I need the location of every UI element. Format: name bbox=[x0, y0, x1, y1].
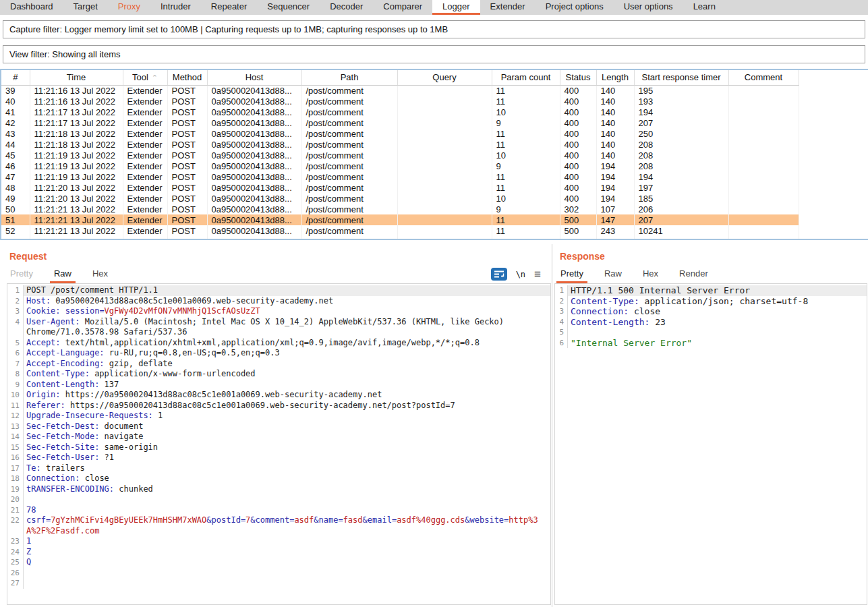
line-number: 20 bbox=[7, 494, 24, 505]
cell-comment bbox=[728, 117, 799, 128]
cell-tool: Extender bbox=[123, 161, 167, 171]
column-header-time[interactable]: Time bbox=[30, 70, 123, 85]
column-header-param-count[interactable]: Param count bbox=[492, 70, 560, 85]
column-header-host[interactable]: Host bbox=[207, 70, 301, 85]
line-number: 8 bbox=[7, 369, 24, 380]
column-header--[interactable]: # bbox=[1, 70, 30, 85]
response-tab-hex[interactable]: Hex bbox=[639, 268, 662, 283]
menu-tab-learn[interactable]: Learn bbox=[683, 0, 726, 15]
table-row[interactable]: 4111:21:17 13 Jul 2022ExtenderPOST0a9500… bbox=[1, 107, 799, 117]
line-content bbox=[24, 568, 550, 579]
menu-tab-extender[interactable]: Extender bbox=[480, 0, 536, 15]
line-content: Content-Length: 137 bbox=[24, 380, 550, 391]
cell-comment bbox=[728, 150, 799, 161]
line-number: 4 bbox=[7, 317, 24, 338]
table-row[interactable]: 4411:21:18 13 Jul 2022ExtenderPOST0a9500… bbox=[1, 139, 799, 150]
table-row[interactable]: 4311:21:18 13 Jul 2022ExtenderPOST0a9500… bbox=[1, 128, 799, 139]
table-row[interactable]: 4011:21:16 13 Jul 2022ExtenderPOST0a9500… bbox=[1, 96, 799, 107]
request-tab-hex[interactable]: Hex bbox=[88, 268, 112, 283]
menu-tab-project-options[interactable]: Project options bbox=[536, 0, 614, 15]
column-header-query[interactable]: Query bbox=[397, 70, 492, 85]
table-row[interactable]: 4911:21:20 13 Jul 2022ExtenderPOST0a9500… bbox=[1, 193, 799, 204]
cell-param-count: 11 bbox=[492, 225, 560, 236]
menu-tab-target[interactable]: Target bbox=[63, 0, 108, 15]
cell-status: 302 bbox=[560, 204, 596, 214]
menu-tab-proxy[interactable]: Proxy bbox=[108, 0, 150, 15]
table-row-selected[interactable]: 5111:21:21 13 Jul 2022ExtenderPOST0a9500… bbox=[1, 214, 799, 225]
editor-line: 25Q bbox=[7, 557, 550, 568]
cell-comment bbox=[728, 85, 799, 96]
column-header-path[interactable]: Path bbox=[301, 70, 397, 85]
cell-status: 500 bbox=[560, 214, 596, 225]
response-tab-raw[interactable]: Raw bbox=[600, 268, 626, 283]
line-number: 13 bbox=[7, 422, 24, 432]
menu-tab-logger[interactable]: Logger bbox=[432, 0, 480, 15]
cell-time: 11:21:22 13 Jul 2022 bbox=[30, 236, 123, 240]
cell-param-count: 11 bbox=[492, 171, 560, 182]
table-row[interactable]: 4811:21:20 13 Jul 2022ExtenderPOST0a9500… bbox=[1, 182, 799, 193]
pretty-print-toggle-icon[interactable] bbox=[491, 268, 507, 281]
cell-start-response-timer: 185 bbox=[634, 193, 728, 204]
newline-toggle-icon[interactable]: \n bbox=[516, 270, 525, 279]
cell-path: /post/comment bbox=[301, 214, 397, 225]
editor-line: 27 bbox=[7, 578, 550, 589]
request-tab-raw[interactable]: Raw bbox=[50, 268, 76, 283]
line-number: 23 bbox=[7, 536, 24, 547]
column-header-comment[interactable]: Comment bbox=[728, 70, 799, 85]
table-row[interactable]: 4211:21:17 13 Jul 2022ExtenderPOST0a9500… bbox=[1, 117, 799, 128]
menu-tab-sequencer[interactable]: Sequencer bbox=[257, 0, 320, 15]
view-filter-bar[interactable]: View filter: Showing all items bbox=[3, 45, 865, 63]
cell-start-response-timer: 195 bbox=[634, 85, 728, 96]
editor-line: 18Connection: close bbox=[7, 473, 550, 484]
cell-tool: Extender bbox=[123, 204, 167, 214]
column-header-method[interactable]: Method bbox=[167, 70, 207, 85]
cell-path: /post/comment bbox=[301, 139, 397, 150]
column-header-start-response-timer[interactable]: Start response timer bbox=[634, 70, 728, 85]
line-content: Connection: close bbox=[24, 473, 550, 484]
table-row[interactable]: 4611:21:19 13 Jul 2022ExtenderPOST0a9500… bbox=[1, 161, 799, 171]
line-content: Cookie: session=VgFWy4D2vMfON7vMNMhjQ1Sc… bbox=[24, 306, 550, 317]
request-editor[interactable]: 1POST /post/comment HTTP/1.12Host: 0a950… bbox=[7, 283, 551, 605]
column-header-status[interactable]: Status bbox=[560, 70, 596, 85]
editor-menu-icon[interactable]: ≡ bbox=[534, 271, 541, 278]
line-number: 2 bbox=[7, 296, 24, 307]
line-content: Content-Type: application/json; charset=… bbox=[568, 296, 867, 307]
cell-method: POST bbox=[167, 150, 207, 161]
request-tab-pretty[interactable]: Pretty bbox=[6, 268, 37, 283]
menu-tab-comparer[interactable]: Comparer bbox=[373, 0, 432, 15]
response-tab-render[interactable]: Render bbox=[675, 268, 712, 283]
response-tab-pretty[interactable]: Pretty bbox=[556, 268, 587, 283]
column-header-length[interactable]: Length bbox=[596, 70, 634, 85]
table-row[interactable]: 3911:21:16 13 Jul 2022ExtenderPOST0a9500… bbox=[1, 85, 799, 96]
menu-tab-decoder[interactable]: Decoder bbox=[320, 0, 373, 15]
response-title: Response bbox=[560, 251, 868, 262]
cell-host: 0a9500020413d88... bbox=[207, 214, 301, 225]
cell-comment bbox=[728, 171, 799, 182]
table-row[interactable]: 5011:21:21 13 Jul 2022ExtenderPOST0a9500… bbox=[1, 204, 799, 214]
cell-query bbox=[397, 96, 492, 107]
table-row[interactable]: 4511:21:19 13 Jul 2022ExtenderPOST0a9500… bbox=[1, 150, 799, 161]
table-row[interactable]: 4711:21:19 13 Jul 2022ExtenderPOST0a9500… bbox=[1, 171, 799, 182]
menu-tab-user-options[interactable]: User options bbox=[614, 0, 683, 15]
menu-tab-dashboard[interactable]: Dashboard bbox=[0, 0, 63, 15]
cell-path: /post/comment bbox=[301, 96, 397, 107]
table-row[interactable]: 5311:21:22 13 Jul 2022ExtenderPOST0a9500… bbox=[1, 236, 799, 240]
cell-tool: Extender bbox=[123, 150, 167, 161]
column-header-tool[interactable]: Tool⌃ bbox=[123, 70, 167, 85]
sort-ascending-icon: ⌃ bbox=[152, 74, 158, 82]
cell-comment bbox=[728, 139, 799, 150]
cell-host: 0a9500020413d88... bbox=[207, 107, 301, 117]
capture-filter-bar[interactable]: Capture filter: Logger memory limit set … bbox=[3, 20, 865, 38]
editor-line: 4Content-Length: 23 bbox=[555, 317, 867, 328]
cell-tool: Extender bbox=[123, 225, 167, 236]
response-editor[interactable]: 1HTTP/1.1 500 Internal Server Error2Cont… bbox=[554, 283, 867, 605]
cell-comment bbox=[728, 96, 799, 107]
line-content: Z bbox=[24, 547, 550, 558]
cell-param-count: 9 bbox=[492, 161, 560, 171]
menu-tab-intruder[interactable]: Intruder bbox=[150, 0, 201, 15]
table-row[interactable]: 5211:21:21 13 Jul 2022ExtenderPOST0a9500… bbox=[1, 225, 799, 236]
cell-query bbox=[397, 117, 492, 128]
cell--: 49 bbox=[1, 193, 30, 204]
menu-tab-repeater[interactable]: Repeater bbox=[201, 0, 257, 15]
cell-status: 400 bbox=[560, 171, 596, 182]
